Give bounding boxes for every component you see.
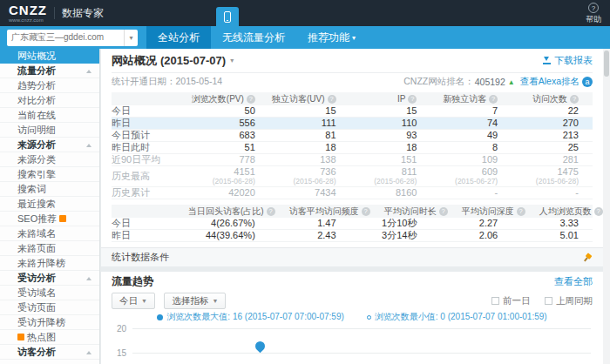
sidebar-item-group[interactable]: 访客分析 bbox=[0, 345, 99, 360]
alexa-rank-link[interactable]: 查看Alexa排名 bbox=[520, 76, 580, 88]
column-header: 当日回头访客(占比)? bbox=[188, 206, 289, 218]
help-icon[interactable]: ? bbox=[267, 207, 275, 216]
trend-chart[interactable]: 20 15 bbox=[112, 324, 593, 364]
cnzz-logo[interactable]: CNZZ www.cnzz.com bbox=[9, 3, 47, 23]
mobile-phone-icon bbox=[224, 11, 231, 23]
sidebar-item-item[interactable]: 来路页面 bbox=[0, 241, 99, 256]
metric-select[interactable]: 选择指标▼ bbox=[164, 293, 226, 309]
sidebar-item-item[interactable]: 来路域名 bbox=[0, 226, 99, 241]
column-header-label: 新独立访客 bbox=[443, 93, 486, 105]
wireless-promo-tab[interactable] bbox=[216, 7, 239, 26]
last-week-checkbox[interactable]: 上周同期 bbox=[545, 295, 593, 307]
row-label: 昨日 bbox=[112, 229, 188, 242]
day-select[interactable]: 今日▼ bbox=[112, 293, 155, 309]
table-cell: 25 bbox=[512, 143, 593, 152]
trend-title: 流量趋势 bbox=[112, 274, 153, 289]
sidebar-item-item[interactable]: 最近搜索 bbox=[0, 197, 99, 212]
scrollbar-thumb[interactable] bbox=[604, 51, 609, 77]
help-icon[interactable]: ? bbox=[439, 207, 448, 216]
table-cell: 609(2015-06-27) bbox=[430, 167, 512, 185]
download-report-link[interactable]: 下载报表 bbox=[543, 54, 593, 67]
main-navbar: 广东藏宝三—gddei.com ▾ 全站分析 无线流量分析 推荐功能▾ bbox=[0, 26, 610, 49]
y-axis-tick: 20 bbox=[117, 324, 126, 334]
sidebar-item-item[interactable]: 搜索词 bbox=[0, 182, 99, 197]
sidebar-item-item[interactable]: 当前在线 bbox=[0, 108, 99, 123]
table-cell: 22 bbox=[512, 106, 593, 116]
table-cell: 7434 bbox=[269, 188, 350, 198]
view-all-link[interactable]: 查看全部 bbox=[554, 275, 593, 288]
chevron-down-icon: ▾ bbox=[124, 30, 138, 46]
help-icon[interactable]: ? bbox=[594, 207, 603, 216]
question-icon: ? bbox=[588, 3, 599, 13]
table-header-row: 浏览次数(PV)?独立访客(UV)?IP?新独立访客?访问次数? bbox=[112, 92, 593, 105]
page-title-row: 网站概况 (2015-07-07) ▾ 下载报表 bbox=[112, 49, 593, 73]
sidebar-item-active[interactable]: 网站概况 bbox=[0, 49, 99, 64]
sidebar-item-group[interactable]: 流量分析 bbox=[0, 64, 99, 78]
column-header-label: 独立访客(UV) bbox=[272, 93, 325, 105]
page-title-dropdown[interactable]: 网站概况 (2015-07-07) ▾ bbox=[112, 53, 234, 69]
table-header-row: 当日回头访客(占比)?访客平均访问频度?平均访问时长?平均访问深度?人均浏览页数… bbox=[112, 205, 593, 218]
table-cell: 1分10秒 bbox=[350, 219, 431, 228]
site-selector[interactable]: 广东藏宝三—gddei.com ▾ bbox=[7, 30, 138, 46]
alexa-icon: a bbox=[582, 77, 593, 87]
nav-recommended-features[interactable]: 推荐功能▾ bbox=[296, 26, 367, 49]
table-cell: 778 bbox=[188, 155, 269, 165]
table-row: 历史累计4202074348160-- bbox=[112, 187, 593, 199]
table-cell: - bbox=[430, 188, 512, 198]
help-icon[interactable]: ? bbox=[517, 207, 525, 216]
nav-wireless-traffic-analysis[interactable]: 无线流量分析 bbox=[211, 26, 296, 49]
sidebar-item-item[interactable]: 对比分析 bbox=[0, 93, 99, 108]
sidebar-item-item[interactable]: 受访域名 bbox=[0, 286, 99, 300]
table-cell: 2.27 bbox=[430, 219, 512, 228]
help-icon[interactable]: ? bbox=[328, 95, 336, 104]
sidebar-item-item[interactable]: 搜索引擎 bbox=[0, 167, 99, 182]
scrollbar[interactable] bbox=[603, 49, 610, 364]
sidebar-item-item[interactable]: 趋势分析 bbox=[0, 78, 99, 93]
sidebar-item-item[interactable]: 访问明细 bbox=[0, 123, 99, 138]
prev-day-checkbox[interactable]: 前一日 bbox=[491, 295, 531, 307]
row-label: 历史最高 bbox=[112, 170, 188, 183]
sidebar-item-label: 搜索引擎 bbox=[17, 168, 56, 181]
help-button[interactable]: ? 帮助 bbox=[586, 3, 601, 25]
help-icon[interactable]: ? bbox=[570, 95, 579, 104]
table-cell: 18 bbox=[350, 143, 431, 152]
stats-conditions-label: 统计数据条件 bbox=[112, 251, 169, 264]
chart-marker-pin-icon bbox=[254, 340, 268, 354]
column-header: 人均浏览页数? bbox=[539, 206, 610, 218]
nav-full-site-analysis[interactable]: 全站分析 bbox=[146, 26, 211, 49]
sidebar-item-group[interactable]: 来源分析 bbox=[0, 138, 99, 152]
sidebar-item-label: 来路升降榜 bbox=[17, 257, 65, 270]
brand-title: 数据专家 bbox=[62, 6, 104, 21]
cell-date: (2015-06-28) bbox=[269, 178, 336, 185]
page-title: 网站概况 bbox=[112, 53, 157, 69]
column-header-label: 访问次数 bbox=[532, 93, 567, 105]
cell-date: (2015-06-28) bbox=[512, 178, 579, 185]
table-cell: 93 bbox=[350, 131, 431, 140]
sidebar-item-item[interactable]: 来路升降榜 bbox=[0, 256, 99, 271]
sidebar-item-item[interactable]: 受访升降榜 bbox=[0, 315, 99, 330]
min-dot-icon bbox=[367, 315, 371, 320]
sidebar-item-item[interactable]: SEO推荐 bbox=[0, 212, 99, 226]
help-icon[interactable]: ? bbox=[247, 95, 255, 104]
help-icon[interactable]: ? bbox=[362, 207, 370, 216]
table-row: 历史最高4151(2015-06-28)736(2015-06-28)811(2… bbox=[112, 166, 593, 187]
sidebar-item-item[interactable]: 热点图 bbox=[0, 330, 99, 345]
table-cell: 81 bbox=[269, 131, 350, 140]
table-cell: 736(2015-06-28) bbox=[269, 167, 350, 185]
table-row: 今日预计683819349213 bbox=[112, 130, 593, 142]
table-cell: 151 bbox=[350, 155, 431, 165]
sidebar-item-group[interactable]: 受访分析 bbox=[0, 271, 99, 286]
help-icon[interactable]: ? bbox=[489, 95, 498, 104]
sidebar-item-item[interactable]: 来源分类 bbox=[0, 152, 99, 167]
sidebar-item-item[interactable]: 受访页面 bbox=[0, 300, 99, 315]
row-label: 今日 bbox=[112, 104, 188, 118]
page-date: (2015-07-07) bbox=[160, 54, 226, 67]
column-header-label: 浏览次数(PV) bbox=[192, 93, 244, 105]
pushpin-icon[interactable] bbox=[580, 250, 595, 265]
stats-info-row: 统计开通日期：2015-05-14 CNZZ网站排名： 405192 ▲ 查看A… bbox=[112, 73, 593, 91]
column-header-label: 访客平均访问频度 bbox=[289, 206, 359, 218]
gridline bbox=[132, 328, 591, 329]
help-icon[interactable]: ? bbox=[408, 95, 417, 104]
stats-conditions-bar[interactable]: 统计数据条件 bbox=[101, 247, 603, 266]
logo-text: CNZZ bbox=[9, 3, 47, 17]
